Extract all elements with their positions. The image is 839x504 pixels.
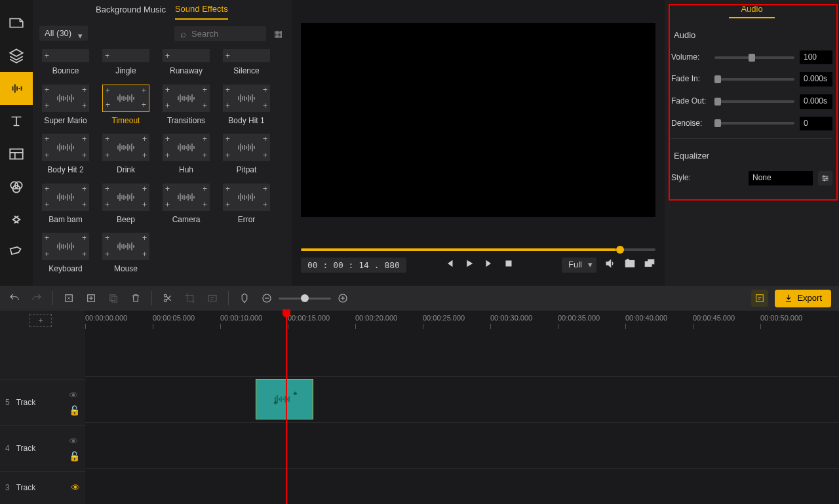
fx-label: Huh <box>179 165 193 176</box>
ruler-tick: 00:00:10.000 <box>220 313 262 322</box>
export-button[interactable]: Export <box>775 290 831 307</box>
svg-text:+: + <box>274 400 277 406</box>
fx-label: Body Hit 2 <box>47 165 83 176</box>
style-label: Style: <box>671 173 709 184</box>
fx-label: Bam bam <box>49 215 82 225</box>
rail-audio[interactable] <box>0 72 33 105</box>
properties-tab-audio[interactable]: Audio <box>671 0 832 22</box>
fx-item[interactable]: ++++Pitpat <box>220 134 273 176</box>
fadein-label: Fade In: <box>671 74 709 85</box>
denoise-value[interactable]: 0 <box>800 117 832 131</box>
rail-filters[interactable] <box>0 170 33 203</box>
track-header-4[interactable]: 4 Track 👁🔓 <box>0 425 85 471</box>
zoom-in-icon[interactable] <box>336 292 349 305</box>
fx-item[interactable]: ++++Drink <box>100 134 152 176</box>
fx-label: Silence <box>233 66 259 77</box>
tab-sound-effects[interactable]: Sound Effects <box>175 4 228 20</box>
timeline-ruler[interactable]: 00:00:00.00000:00:05.00000:00:10.00000:0… <box>85 311 839 330</box>
rail-text[interactable] <box>0 105 33 138</box>
rail-elements[interactable] <box>0 236 33 269</box>
rail-layers[interactable] <box>0 39 33 72</box>
fx-item[interactable]: +Silence <box>220 49 273 77</box>
fx-item[interactable]: ++++Body Hit 2 <box>39 134 92 176</box>
fx-item[interactable]: ++++Timeout <box>100 85 152 126</box>
rail-templates[interactable] <box>0 138 33 170</box>
playhead[interactable] <box>286 311 287 504</box>
svg-rect-17 <box>208 296 216 301</box>
timeline: + 5 Track 👁🔓 4 Track 👁🔓 3 Track 👁 00:00:… <box>0 311 839 504</box>
fadein-slider[interactable] <box>714 78 794 81</box>
seek-bar[interactable] <box>301 248 655 251</box>
fx-item[interactable]: ++++Body Hit 1 <box>220 85 273 126</box>
tab-background-music[interactable]: Background Music <box>96 5 166 20</box>
timecode: 00 : 00 : 14 . 880 <box>301 258 406 273</box>
track-row-5[interactable]: ++ <box>85 376 839 422</box>
fx-item[interactable]: ++++Error <box>220 184 273 225</box>
ruler-tick: 00:00:00.000 <box>85 313 127 322</box>
mark-in-icon[interactable] <box>62 292 75 305</box>
svg-rect-4 <box>506 261 512 267</box>
audio-clip[interactable]: ++ <box>256 379 313 419</box>
prev-frame-icon[interactable] <box>444 258 456 273</box>
rail-media[interactable] <box>0 7 33 39</box>
undo-icon[interactable] <box>8 292 21 305</box>
fx-item[interactable]: ++++Huh <box>160 134 212 176</box>
fadeout-value[interactable]: 0.000s <box>800 94 832 109</box>
fx-label: Super Mario <box>44 116 87 126</box>
equalizer-settings-button[interactable] <box>818 171 832 185</box>
next-frame-icon[interactable] <box>483 258 495 273</box>
style-select[interactable]: None <box>749 171 813 185</box>
fx-item[interactable]: ++++Mouse <box>100 233 152 275</box>
track-lock-icon[interactable]: 🔓 <box>69 404 80 416</box>
split-icon[interactable] <box>161 292 174 305</box>
export-settings-icon[interactable] <box>751 290 768 307</box>
stop-icon[interactable] <box>503 258 515 273</box>
track-lock-icon[interactable]: 🔓 <box>69 450 80 462</box>
snapshot-icon[interactable] <box>624 258 636 273</box>
add-track-button[interactable]: + <box>29 314 52 327</box>
fadein-value[interactable]: 0.000s <box>800 72 832 87</box>
speed-icon[interactable] <box>206 292 219 305</box>
delete-icon[interactable] <box>129 292 142 305</box>
fx-item[interactable]: +Runaway <box>160 49 212 77</box>
track-visibility-icon[interactable]: 👁 <box>69 435 80 447</box>
fx-item[interactable]: ++++Camera <box>160 184 212 225</box>
fx-item[interactable]: ++++Beep <box>100 184 152 225</box>
preview-video[interactable] <box>301 23 655 217</box>
view-mode-select[interactable]: Full <box>562 258 596 273</box>
rail-transitions[interactable] <box>0 203 33 236</box>
track-header-5[interactable]: 5 Track 👁🔓 <box>0 379 85 425</box>
search-input[interactable] <box>174 26 266 41</box>
fadeout-slider[interactable] <box>714 100 794 103</box>
track-visibility-icon[interactable]: 👁 <box>69 389 80 401</box>
copy-icon[interactable] <box>107 292 120 305</box>
fx-label: Pitpat <box>237 165 257 176</box>
redo-icon[interactable] <box>30 292 43 305</box>
fx-item[interactable]: +Jingle <box>100 49 152 77</box>
track-visibility-icon[interactable]: 👁 <box>71 482 80 494</box>
zoom-out-icon[interactable] <box>260 292 273 305</box>
mark-out-icon[interactable] <box>85 292 98 305</box>
track-row-4[interactable] <box>85 422 839 468</box>
play-icon[interactable] <box>463 258 475 273</box>
track-header-3[interactable]: 3 Track 👁 <box>0 471 85 504</box>
fx-item[interactable]: ++++Transitions <box>160 85 212 126</box>
svg-rect-0 <box>10 149 23 159</box>
denoise-slider[interactable] <box>714 122 794 125</box>
volume-slider[interactable] <box>714 56 794 59</box>
marker-icon[interactable] <box>238 292 251 305</box>
fx-item[interactable]: +Bounce <box>39 49 92 77</box>
grid-view-icon[interactable]: ▦ <box>271 28 285 39</box>
svg-rect-14 <box>112 296 117 302</box>
ruler-tick: 00:00:50.000 <box>760 313 802 322</box>
fx-item[interactable]: ++++Keyboard <box>39 233 92 275</box>
volume-value[interactable]: 100 <box>800 50 832 65</box>
fx-item[interactable]: ++++Bam bam <box>39 184 92 225</box>
category-select[interactable]: All (30) <box>39 28 88 39</box>
fullscreen-icon[interactable] <box>644 258 655 273</box>
fx-item[interactable]: ++++Super Mario <box>39 85 92 126</box>
zoom-slider[interactable] <box>279 298 331 300</box>
track-row-3[interactable] <box>85 468 839 501</box>
volume-icon[interactable] <box>604 258 616 273</box>
crop-icon[interactable] <box>184 292 197 305</box>
